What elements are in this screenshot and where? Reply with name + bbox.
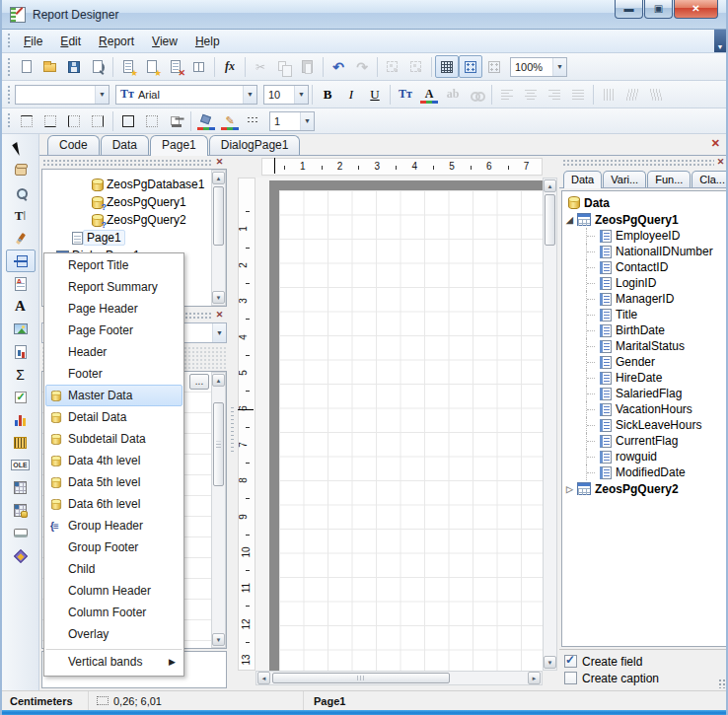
menu-item[interactable]: Report xyxy=(90,32,143,51)
field-item[interactable]: MaritalStatus xyxy=(562,338,727,354)
panel-drag-grip[interactable] xyxy=(562,159,714,166)
group-button[interactable] xyxy=(381,55,404,78)
ole-object-button[interactable]: OLE xyxy=(6,454,36,476)
data-panel-tab[interactable]: Data xyxy=(563,171,602,188)
frame-all-button[interactable] xyxy=(116,109,140,132)
data-root-item[interactable]: Data xyxy=(562,194,727,211)
band-menu-item[interactable]: Footer xyxy=(45,363,182,385)
report-tree-scrollbar[interactable]: ▲ ▼ xyxy=(211,170,226,306)
field-item[interactable]: ModifiedDate xyxy=(562,465,727,480)
text-rotation-90-button[interactable] xyxy=(644,83,668,106)
italic-button[interactable]: I xyxy=(339,83,363,106)
align-center-button[interactable] xyxy=(519,83,543,106)
new-page-button[interactable] xyxy=(116,55,140,78)
tree-expander-icon[interactable] xyxy=(566,484,577,494)
band-menu-item[interactable]: Group Header xyxy=(45,515,182,536)
ellipsis-button[interactable]: ... xyxy=(189,374,209,390)
chevron-down-icon[interactable]: ▼ xyxy=(212,323,226,342)
underline-button[interactable]: U xyxy=(363,83,387,106)
chevron-down-icon[interactable]: ▼ xyxy=(294,86,308,104)
create-caption-checkbox[interactable] xyxy=(564,672,577,684)
create-field-option[interactable]: Create field xyxy=(561,653,728,670)
draw-object-button[interactable] xyxy=(6,544,36,567)
text-rotation-45-button[interactable] xyxy=(620,83,644,106)
panel-drag-grip[interactable] xyxy=(42,159,213,166)
frame-none-button[interactable] xyxy=(140,109,164,132)
fit-to-grid-button[interactable] xyxy=(482,55,506,78)
close-button[interactable]: ✕ xyxy=(674,0,718,19)
insert-band-button[interactable] xyxy=(6,250,36,272)
tree-item[interactable]: ZeosPgQuery2 xyxy=(43,211,209,229)
zoom-tool-button[interactable] xyxy=(6,181,36,204)
band-menu-item[interactable]: Child xyxy=(45,558,182,580)
data-panel-tab[interactable]: Cla... xyxy=(692,171,728,187)
variables-button[interactable]: fx xyxy=(218,55,242,78)
scrollbar-thumb[interactable] xyxy=(213,186,224,246)
menu-item[interactable]: Edit xyxy=(51,32,90,51)
frame-top-button[interactable] xyxy=(15,109,38,132)
page-viewport[interactable] xyxy=(255,178,543,671)
scroll-right-icon[interactable]: ► xyxy=(528,672,541,684)
splitter-grip-icon[interactable] xyxy=(231,407,234,455)
chevron-down-icon[interactable]: ▼ xyxy=(95,86,109,104)
menu-item[interactable]: View xyxy=(143,32,186,51)
page-tab[interactable]: DialogPage1 xyxy=(209,135,301,155)
highlight-button[interactable]: ab xyxy=(441,83,465,106)
frame-bottom-button[interactable] xyxy=(38,109,62,132)
scroll-left-icon[interactable]: ◄ xyxy=(257,672,270,684)
scrollbar-thumb[interactable] xyxy=(213,402,224,486)
panel-close-icon[interactable]: ✕ xyxy=(213,157,226,168)
field-item[interactable]: LoginID xyxy=(562,275,727,291)
band-menu-item[interactable]: Subdetail Data xyxy=(45,428,182,450)
font-size-combo[interactable]: 10 ▼ xyxy=(263,85,309,105)
style-combo[interactable]: ▼ xyxy=(15,85,109,105)
select-tool-button[interactable] xyxy=(6,136,36,159)
scroll-down-icon[interactable]: ▼ xyxy=(544,656,556,669)
system-text-button[interactable]: Σ xyxy=(6,363,36,386)
band-menu-item[interactable]: Data 5th level xyxy=(45,471,182,493)
band-menu-item[interactable]: Data 4th level xyxy=(45,450,182,471)
page-tab[interactable]: Code xyxy=(47,135,100,155)
menubar-overflow-button[interactable]: ▼ xyxy=(714,30,726,52)
page-design-grid[interactable] xyxy=(279,190,543,671)
chart-object-button[interactable] xyxy=(6,408,36,431)
show-grid-button[interactable] xyxy=(435,55,459,78)
chevron-down-icon[interactable]: ▼ xyxy=(243,86,256,104)
preview-button[interactable] xyxy=(86,55,109,78)
field-item[interactable]: SickLeaveHours xyxy=(562,417,727,433)
panel-close-icon[interactable]: ✕ xyxy=(213,310,226,321)
data-panel-tab[interactable]: Fun... xyxy=(647,171,691,187)
menu-item[interactable]: File xyxy=(15,32,51,51)
titlebar[interactable]: Report Designer ▬ ▣ ✕ xyxy=(2,0,726,30)
tree-expander-icon[interactable] xyxy=(566,215,577,225)
format-painter-button[interactable] xyxy=(6,227,36,250)
new-report-button[interactable] xyxy=(15,55,38,78)
align-left-button[interactable] xyxy=(495,83,519,106)
frame-width-combo[interactable]: 1 ▼ xyxy=(269,111,315,131)
band-menu-item[interactable]: Column Footer xyxy=(45,602,182,623)
band-menu-item[interactable]: Data 6th level xyxy=(45,493,182,515)
page-tab[interactable]: Data xyxy=(101,135,149,155)
align-to-grid-button[interactable] xyxy=(459,55,482,78)
band-menu-item[interactable]: Page Header xyxy=(45,298,182,320)
field-item[interactable]: VacationHours xyxy=(562,401,727,417)
hand-tool-button[interactable] xyxy=(6,159,36,181)
band-menu-item[interactable]: Report Title xyxy=(45,254,182,276)
scroll-up-icon[interactable]: ▲ xyxy=(212,374,225,387)
field-item[interactable]: rowguid xyxy=(562,449,727,465)
bold-button[interactable]: B xyxy=(316,83,339,106)
scroll-up-icon[interactable]: ▲ xyxy=(212,172,225,184)
field-item[interactable]: ManagerID xyxy=(562,291,727,307)
field-item[interactable]: BirthDate xyxy=(562,322,727,338)
toolbar-drag-grip[interactable] xyxy=(7,85,12,104)
scrollbar-thumb[interactable] xyxy=(545,194,555,246)
field-item[interactable]: HireDate xyxy=(562,370,727,386)
query1-item[interactable]: ZeosPgQuery1 xyxy=(562,211,727,228)
redo-button[interactable]: ↷ xyxy=(350,55,374,78)
field-item[interactable]: CurrentFlag xyxy=(562,433,727,449)
subreport-object-button[interactable] xyxy=(6,340,36,363)
band-menu-item[interactable]: Master Data xyxy=(45,385,182,406)
menubar-drag-grip[interactable] xyxy=(7,33,12,48)
chevron-down-icon[interactable]: ▼ xyxy=(552,58,566,76)
scroll-down-icon[interactable]: ▼ xyxy=(212,291,225,304)
